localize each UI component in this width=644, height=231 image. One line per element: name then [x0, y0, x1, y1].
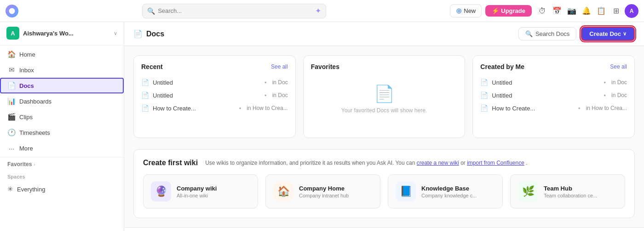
calendar-icon[interactable]: 📅 — [552, 6, 562, 16]
new-button[interactable]: ⊕ New — [450, 4, 482, 17]
sidebar-divider — [0, 45, 124, 46]
doc-icon-3: 📄 — [141, 104, 149, 112]
recent-item-2[interactable]: 📄 Untitled • in Doc — [141, 89, 288, 102]
created-by-me-card: Created by Me See all 📄 Untitled • in Do… — [472, 55, 635, 138]
main-content: 📄 Docs 🔍 Search Docs Create Doc ∨ — [124, 22, 644, 231]
recent-card: Recent See all 📄 Untitled • in Doc 📄 Unt… — [133, 55, 296, 138]
ai-spark-icon[interactable]: ✦ — [315, 6, 321, 15]
knowledge-base-name: Knowledge Base — [421, 185, 477, 192]
favorites-card: Favorites 📄 Your favorited Docs will sho… — [303, 55, 466, 138]
created-item-3[interactable]: 📄 How to Create... • in How to Crea... — [480, 102, 627, 115]
sidebar-item-clips[interactable]: 🎬 Clips — [0, 109, 124, 125]
doc-icon-5: 📄 — [480, 92, 488, 99]
favorites-empty-text: Your favorited Docs will show here. — [341, 107, 427, 114]
sidebar-item-dashboards[interactable]: 📊 Dashboards — [0, 93, 124, 109]
recent-title: Recent — [141, 63, 163, 70]
grid-icon[interactable]: ⊞ — [611, 6, 621, 16]
recent-item-1[interactable]: 📄 Untitled • in Doc — [141, 76, 288, 89]
company-wiki-sub: All-in-one wiki — [177, 193, 217, 198]
wiki-card-company-home[interactable]: 🏠 Company Home Company intranet hub — [265, 174, 380, 208]
clips-icon: 🎬 — [7, 113, 16, 121]
recent-see-all[interactable]: See all — [271, 64, 288, 70]
knowledge-base-sub: Company knowledge c... — [421, 193, 477, 198]
favorites-label: Favorites — [7, 161, 32, 167]
upgrade-icon: ⚡ — [492, 7, 499, 14]
home-icon: 🏠 — [7, 50, 16, 58]
workspace-chevron-icon: ∨ — [114, 30, 117, 36]
favorites-card-header: Favorites — [311, 63, 458, 70]
wiki-header: Create first wiki Use wikis to organize … — [143, 159, 625, 167]
timer-icon[interactable]: ⏱ — [537, 6, 547, 16]
wiki-section: Create first wiki Use wikis to organize … — [133, 149, 635, 218]
team-hub-name: Team Hub — [544, 185, 597, 192]
docs-header-left: 📄 Docs — [133, 29, 164, 38]
favorites-section[interactable]: Favorites › — [0, 158, 124, 170]
company-wiki-icon: 🔮 — [151, 181, 171, 202]
document-icon[interactable]: 📋 — [596, 6, 606, 16]
sidebar-item-docs[interactable]: 📄 Docs — [0, 78, 124, 93]
search-input[interactable] — [158, 7, 312, 14]
docs-header: 📄 Docs 🔍 Search Docs Create Doc ∨ — [124, 22, 644, 46]
wiki-card-knowledge-base[interactable]: 📘 Knowledge Base Company knowledge c... — [388, 174, 503, 208]
favorites-empty-icon: 📄 — [374, 84, 395, 104]
sidebar: A Aishwarya's Wo... ∨ 🏠 Home ✉ Inbox 📄 D… — [0, 22, 124, 231]
search-icon: 🔍 — [147, 7, 155, 15]
sidebar-item-timesheets[interactable]: 🕐 Timesheets — [0, 125, 124, 140]
camera-icon[interactable]: 📷 — [567, 6, 577, 16]
create-new-wiki-link[interactable]: create a new wiki — [417, 160, 459, 166]
created-item-1[interactable]: 📄 Untitled • in Doc — [480, 76, 627, 89]
doc-icon-2: 📄 — [141, 92, 149, 99]
sidebar-item-more[interactable]: ··· More — [0, 140, 124, 156]
topbar: 🔍 ✦ ⊕ New ⚡ Upgrade ⏱ 📅 📷 🔔 📋 ⊞ A — [0, 0, 644, 22]
knowledge-base-icon: 📘 — [396, 181, 416, 202]
workspace-selector[interactable]: A Aishwarya's Wo... ∨ — [0, 22, 124, 44]
avatar[interactable]: A — [625, 4, 638, 18]
created-by-me-title: Created by Me — [480, 63, 524, 70]
company-home-name: Company Home — [299, 185, 349, 192]
spaces-label: Spaces — [0, 170, 124, 181]
favorites-empty: 📄 Your favorited Docs will show here. — [311, 76, 458, 122]
created-by-me-header: Created by Me See all — [480, 63, 627, 70]
team-hub-icon: 🌿 — [518, 181, 538, 202]
workspace-name: Aishwarya's Wo... — [23, 30, 110, 37]
topbar-icons: ⏱ 📅 📷 🔔 📋 ⊞ — [537, 6, 621, 16]
doc-icon-4: 📄 — [480, 79, 488, 86]
dashboards-icon: 📊 — [7, 97, 16, 105]
everything-icon: ✳ — [7, 185, 13, 193]
company-wiki-name: Company wiki — [177, 185, 217, 192]
sidebar-item-everything[interactable]: ✳ Everything — [0, 181, 124, 197]
search-docs-button[interactable]: 🔍 Search Docs — [518, 27, 576, 40]
docs-icon: 📄 — [7, 81, 16, 90]
import-confluence-link[interactable]: import from Confluence — [467, 160, 524, 166]
main-layout: A Aishwarya's Wo... ∨ 🏠 Home ✉ Inbox 📄 D… — [0, 22, 644, 231]
create-doc-button[interactable]: Create Doc ∨ — [581, 27, 635, 41]
recent-card-header: Recent See all — [141, 63, 288, 70]
sidebar-item-home[interactable]: 🏠 Home — [0, 46, 124, 62]
alarm-icon[interactable]: 🔔 — [581, 6, 592, 16]
workspace-icon: A — [6, 27, 19, 40]
timesheets-icon: 🕐 — [7, 128, 16, 137]
docs-header-right: 🔍 Search Docs Create Doc ∨ — [518, 27, 635, 41]
svg-point-0 — [9, 8, 15, 14]
sidebar-item-inbox[interactable]: ✉ Inbox — [0, 62, 124, 78]
wiki-card-company-wiki[interactable]: 🔮 Company wiki All-in-one wiki — [143, 174, 258, 208]
recent-item-3[interactable]: 📄 How to Create... • in How to Crea... — [141, 102, 288, 115]
search-docs-icon: 🔍 — [525, 30, 533, 37]
inbox-icon: ✉ — [7, 66, 16, 74]
sidebar-divider-2 — [0, 157, 124, 157]
upgrade-button[interactable]: ⚡ Upgrade — [485, 5, 532, 17]
company-home-sub: Company intranet hub — [299, 193, 349, 198]
created-item-2[interactable]: 📄 Untitled • in Doc — [480, 89, 627, 102]
created-by-me-see-all[interactable]: See all — [610, 64, 627, 70]
wiki-cards: 🔮 Company wiki All-in-one wiki 🏠 Company… — [143, 174, 625, 208]
doc-icon-1: 📄 — [141, 79, 149, 86]
wiki-title: Create first wiki — [143, 159, 198, 167]
search-bar[interactable]: 🔍 ✦ — [142, 4, 326, 18]
wiki-card-team-hub[interactable]: 🌿 Team Hub Team collaboration ce... — [510, 174, 625, 208]
favorites-title: Favorites — [311, 63, 339, 70]
company-home-icon: 🏠 — [273, 181, 293, 202]
docs-content: Recent See all 📄 Untitled • in Doc 📄 Unt… — [124, 46, 644, 227]
app-logo[interactable] — [6, 5, 18, 17]
workspace-qa[interactable]: ✦ Workspace Q&A — [124, 227, 644, 231]
doc-icon-6: 📄 — [480, 104, 488, 112]
